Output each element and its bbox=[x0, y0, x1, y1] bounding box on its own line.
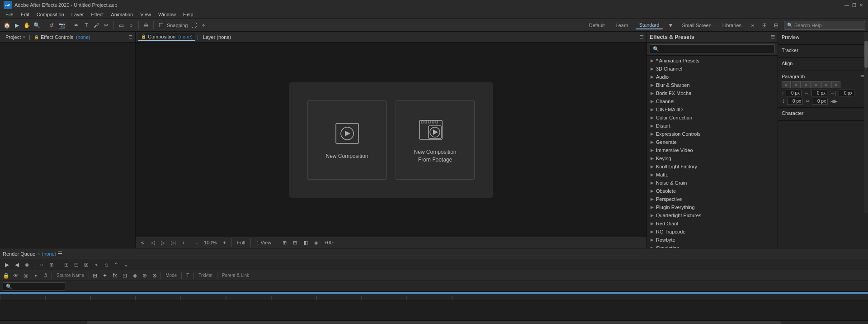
workspace-libraries[interactable]: Libraries bbox=[719, 22, 745, 29]
effect-cat-quarterlight[interactable]: ▶ Quarterlight Pictures bbox=[647, 211, 778, 219]
tl-switches4[interactable]: ⊡ bbox=[121, 272, 129, 280]
tl-switches6[interactable]: ⊕ bbox=[141, 272, 149, 280]
tl-switches1[interactable]: ⊞ bbox=[91, 272, 99, 280]
paragraph-menu-icon[interactable]: ☰ bbox=[860, 74, 864, 79]
tl-switches5[interactable]: ◈ bbox=[131, 272, 139, 280]
indent-first-field[interactable] bbox=[839, 90, 854, 96]
workspace-learn[interactable]: Learn bbox=[612, 22, 632, 29]
effect-cat-boris-fx[interactable]: ▶ Boris FX Mocha bbox=[647, 89, 778, 97]
space-after-field[interactable] bbox=[812, 98, 828, 105]
viewer-grid[interactable]: ⊟ bbox=[291, 240, 299, 246]
workspace-standard-menu[interactable]: ▼ bbox=[666, 21, 675, 29]
snapping-checkbox[interactable]: ☐ bbox=[157, 21, 165, 29]
panel-menu-icon[interactable]: ☰ bbox=[128, 34, 132, 39]
effect-cat-simulation[interactable]: ▶ Simulation bbox=[647, 244, 778, 248]
viewer-info[interactable]: ⊞ bbox=[280, 240, 289, 246]
effect-cat-matte[interactable]: ▶ Matte bbox=[647, 171, 778, 179]
tl-tool6[interactable]: ⊞ bbox=[62, 261, 71, 269]
viewer-transport-start[interactable]: ⊲ bbox=[138, 240, 147, 246]
shape-rect-tool[interactable]: ▭ bbox=[117, 21, 125, 29]
viewer-view-count[interactable]: 1 View bbox=[254, 240, 274, 245]
workspace-default[interactable]: Default bbox=[585, 22, 609, 29]
effect-cat-3d-channel[interactable]: ▶ 3D Channel bbox=[647, 65, 778, 73]
project-tab[interactable]: Project × bbox=[3, 33, 28, 41]
scrollbar-thumb[interactable] bbox=[864, 41, 868, 68]
workspace-standard[interactable]: Standard bbox=[636, 21, 663, 29]
puppet-tool[interactable]: ⊕ bbox=[142, 21, 150, 29]
viewer-zoom-in[interactable]: + bbox=[221, 240, 228, 245]
camera-tool[interactable]: 📷 bbox=[57, 21, 66, 29]
tl-tool7[interactable]: ⊟ bbox=[72, 261, 80, 269]
clone-tool[interactable]: ✂ bbox=[102, 21, 110, 29]
more-workspaces-icon[interactable]: » bbox=[749, 21, 757, 29]
menu-file[interactable]: File bbox=[2, 11, 17, 18]
align-right-btn[interactable]: ≡ bbox=[802, 81, 811, 88]
align-justify-left-btn[interactable]: ≡ bbox=[821, 81, 830, 88]
align-justify-right-btn[interactable]: ≡ bbox=[831, 81, 840, 88]
effect-cat-perspective[interactable]: ▶ Perspective bbox=[647, 195, 778, 203]
tl-tool4[interactable]: ○ bbox=[38, 261, 46, 269]
viewer-zoom-out[interactable]: - bbox=[193, 240, 200, 245]
effect-cat-channel[interactable]: ▶ Channel bbox=[647, 97, 778, 105]
toolbar-extra1[interactable]: ⊞ bbox=[760, 21, 769, 29]
tl-tool2[interactable]: ◀ bbox=[13, 261, 21, 269]
menu-view[interactable]: View bbox=[137, 11, 155, 18]
effect-cat-noise[interactable]: ▶ Noise & Grain bbox=[647, 179, 778, 187]
tl-switches3[interactable]: fx bbox=[111, 272, 119, 280]
home-icon[interactable]: 🏠 bbox=[3, 21, 11, 29]
effect-cat-blur-sharpen[interactable]: ▶ Blur & Sharpen bbox=[647, 81, 778, 89]
menu-help[interactable]: Help bbox=[179, 11, 197, 18]
composition-tab[interactable]: 🔒 Composition (none) bbox=[138, 33, 195, 41]
effect-cat-red-giant[interactable]: ▶ Red Giant bbox=[647, 219, 778, 228]
effect-cat-animation-presets[interactable]: ▶ * Animation Presets bbox=[647, 57, 778, 65]
horizontal-scrollbar[interactable] bbox=[0, 320, 868, 324]
viewer-time[interactable]: +00 bbox=[322, 240, 335, 245]
effect-cat-generate[interactable]: ▶ Generate bbox=[647, 138, 778, 146]
menu-effect[interactable]: Effect bbox=[87, 11, 107, 18]
tl-number-icon[interactable]: # bbox=[42, 272, 50, 280]
effect-cat-color-correction[interactable]: ▶ Color Correction bbox=[647, 114, 778, 122]
h-scrollbar-thumb[interactable] bbox=[87, 321, 781, 324]
tl-tool1[interactable]: ▶ bbox=[3, 261, 11, 269]
project-tab-close[interactable]: × bbox=[23, 34, 25, 39]
hand-tool[interactable]: ✋ bbox=[23, 21, 31, 29]
effects-scrollbar[interactable] bbox=[864, 32, 868, 213]
space-before-field[interactable] bbox=[787, 98, 803, 105]
text-tool[interactable]: T bbox=[82, 21, 90, 29]
maximize-button[interactable]: ❐ bbox=[851, 2, 857, 8]
indent-left-field[interactable] bbox=[786, 90, 802, 96]
brush-tool[interactable]: 🖌 bbox=[92, 21, 100, 29]
align-center-btn[interactable]: ≡ bbox=[792, 81, 801, 88]
tl-tool10[interactable]: ⌂ bbox=[102, 261, 110, 269]
viewer-transport-prev[interactable]: ◁ bbox=[149, 240, 157, 246]
viewer-mask[interactable]: ◧ bbox=[301, 240, 310, 246]
effect-cat-plugin-everything[interactable]: ▶ Plugin Everything bbox=[647, 203, 778, 211]
viewer-quality[interactable]: Full bbox=[235, 240, 248, 245]
new-composition-card[interactable]: New Composition bbox=[307, 100, 387, 180]
effects-panel-menu[interactable]: ☰ bbox=[771, 34, 775, 39]
tl-switches7[interactable]: ⊗ bbox=[151, 272, 159, 280]
menu-composition[interactable]: Composition bbox=[33, 11, 68, 18]
menu-animation[interactable]: Animation bbox=[107, 11, 137, 18]
search-help-box[interactable]: 🔍 Search Help bbox=[784, 21, 865, 30]
tl-solo-icon[interactable]: ◎ bbox=[22, 272, 30, 280]
toolbar-extra2[interactable]: ⊟ bbox=[772, 21, 780, 29]
indent-right-field[interactable] bbox=[811, 90, 827, 96]
layer-tab[interactable]: Layer (none) bbox=[200, 33, 234, 41]
effect-cat-distort[interactable]: ▶ Distort bbox=[647, 122, 778, 130]
effect-controls-tab[interactable]: 🔒 Effect Controls (none) bbox=[31, 33, 93, 41]
new-composition-from-footage-card[interactable]: New CompositionFrom Footage bbox=[396, 100, 475, 180]
effect-cat-expression[interactable]: ▶ Expression Controls bbox=[647, 130, 778, 138]
effect-cat-cinema4d[interactable]: ▶ CINEMA 4D bbox=[647, 105, 778, 114]
effects-search-input[interactable] bbox=[650, 44, 775, 53]
tl-switches2[interactable]: ✦ bbox=[101, 272, 109, 280]
effect-cat-knoll[interactable]: ▶ Knoll Light Factory bbox=[647, 162, 778, 171]
snap2-icon[interactable]: ⌖ bbox=[200, 21, 208, 29]
effect-cat-audio[interactable]: ▶ Audio bbox=[647, 73, 778, 81]
effect-cat-rowbyte[interactable]: ▶ Rowbyte bbox=[647, 236, 778, 244]
pen-tool[interactable]: ✒ bbox=[72, 21, 80, 29]
tl-tool3[interactable]: ◈ bbox=[23, 261, 31, 269]
shape-ellipse-tool[interactable]: ○ bbox=[127, 21, 135, 29]
menu-layer[interactable]: Layer bbox=[68, 11, 88, 18]
center-panel-menu[interactable]: ☰ bbox=[640, 34, 644, 39]
